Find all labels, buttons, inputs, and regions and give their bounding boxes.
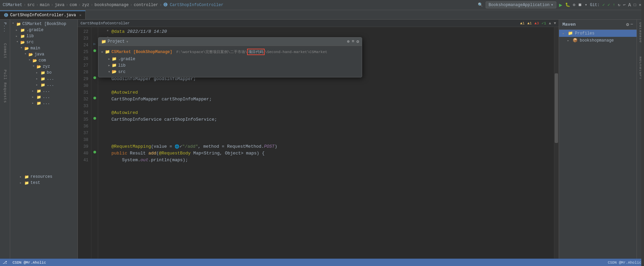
git-check2-icon[interactable]: ✓: [607, 2, 610, 7]
arrow-icon: ▸: [20, 175, 23, 179]
bc-java: java: [55, 3, 65, 7]
sidebar-item-java[interactable]: ▾ 📂 java: [10, 51, 77, 57]
window-icon[interactable]: □: [634, 3, 636, 7]
arrow-icon: ▸: [36, 71, 39, 75]
sidebar-item-csmarket[interactable]: ▸ 📁 CSMarket [BookShop: [10, 21, 77, 27]
arrow-icon: ▾: [19, 47, 23, 50]
project-tab[interactable]: P...: [3, 22, 7, 32]
translate-icon[interactable]: A: [628, 2, 631, 8]
folder-icon: 📁: [37, 101, 41, 105]
arrow-icon: ▸: [16, 28, 19, 32]
scrollbar-thumb[interactable]: [555, 73, 558, 143]
code-line-36: [101, 123, 551, 130]
sidebar-item-com[interactable]: ▾ 📂 com: [10, 57, 77, 64]
project-icon: 📁: [105, 49, 110, 54]
arrow-icon: ▾: [108, 69, 110, 74]
code-line-34: @Autowired: [101, 110, 551, 116]
pull-requests-tab[interactable]: Pull Requests: [3, 70, 7, 103]
git-check-icon[interactable]: ✓: [602, 2, 605, 7]
code-line-31: @Autowired: [101, 89, 551, 96]
bc-bookshopmanage: bookshopmanage: [94, 3, 129, 7]
scroll-down-icon[interactable]: ▼: [554, 21, 556, 25]
coverage-icon[interactable]: ⚙: [573, 2, 575, 7]
folder-icon: 📁: [24, 181, 29, 185]
bc-zyz: zyz: [82, 3, 89, 7]
code-line-39: @RequestMapping (value = 🌐 ✓ "/add" , me…: [101, 143, 551, 150]
folder-icon: 📂: [24, 46, 29, 51]
folder-icon: 📂: [112, 69, 117, 74]
maven-bookshopmanage-item[interactable]: ▸ 📦 bookshopmanage: [559, 37, 637, 44]
code-line-40: public Result add ( @RequestBody Map<Str…: [101, 150, 551, 157]
folder-icon: 📁: [112, 56, 117, 62]
arrow-icon: ▸: [16, 34, 19, 38]
tab-label: CartShopInfoController.java: [10, 13, 76, 18]
sidebar-item-sub1[interactable]: ▸ 📁 ...: [10, 76, 77, 82]
sidebar-item-resources[interactable]: ▸ 📁 resources: [10, 174, 77, 180]
sidebar-label: resources: [30, 174, 52, 179]
maven-panel-tools: ⚙ −: [626, 22, 633, 27]
sidebar-label: test: [30, 180, 40, 185]
run-config[interactable]: BookshopmanageApplication ▾: [486, 1, 556, 8]
editor-breadcrumb: CartShopInfoController: [81, 21, 130, 25]
sidebar-label: ...: [43, 89, 50, 93]
sidebar-item-src[interactable]: ▾ 📂 src: [10, 39, 77, 45]
sidebar-item-zyz[interactable]: ▾ 📂 zyz: [10, 64, 77, 70]
error-count-2: ▲3: [534, 21, 539, 25]
search-icon[interactable]: 🔍: [478, 2, 483, 7]
sidebar-item-sub5[interactable]: ▸ 📁 ...: [10, 100, 77, 106]
sidebar-item-test[interactable]: ▸ 📁 test: [10, 180, 77, 186]
folder-icon: 📁: [24, 175, 29, 179]
arrow-icon: ▾: [31, 65, 36, 68]
debug-icon[interactable]: 🐛: [565, 2, 570, 7]
sidebar-label: ...: [43, 101, 50, 105]
sidebar-item-main[interactable]: ▾ 📂 main: [10, 45, 77, 51]
popup-title: 📁 Project ▾: [101, 39, 129, 44]
tab-bar: 🅒 CartShopInfoController.java ✕: [0, 10, 644, 20]
maven-profiles-item[interactable]: ▸ 📁 Profiles: [559, 30, 637, 37]
breadcrumb: CSMarket › src › main › java › com › zyz…: [3, 2, 223, 7]
sidebar-label: com: [39, 58, 46, 63]
folder-icon: 📁: [20, 28, 25, 32]
git-fetch-icon[interactable]: ↻: [618, 2, 620, 7]
sidebar-item-gradle[interactable]: ▸ 📁 .gradle: [10, 27, 77, 33]
popup-tree-src[interactable]: ▾ 📂 src: [101, 69, 359, 75]
scroll-up-icon[interactable]: ▲: [549, 21, 551, 25]
tab-close-icon[interactable]: ✕: [79, 13, 81, 17]
more-run-icon[interactable]: ▾: [585, 2, 587, 7]
settings-icon[interactable]: ⚙: [626, 22, 629, 27]
sidebar-item-sub2[interactable]: ▸ 📁 ...: [10, 82, 77, 88]
arrow-icon: ▸: [32, 95, 35, 99]
close-icon[interactable]: ✕: [639, 2, 641, 7]
git-push-icon[interactable]: ↑: [613, 3, 615, 7]
minus-icon[interactable]: −: [630, 22, 633, 27]
popup-tools: ⊕ ≡ ⚙: [347, 39, 359, 44]
folder-icon: 📂: [37, 65, 41, 69]
maven-panel-header: Maven ⚙ −: [559, 20, 637, 30]
sidebar-item-sub3[interactable]: ▸ 📁 ...: [10, 88, 77, 94]
sidebar-item-lib[interactable]: ▸ 📁 lib: [10, 33, 77, 39]
arrow-icon: ▸: [108, 56, 110, 62]
run-icon[interactable]: ▶: [559, 2, 562, 8]
sort-icon[interactable]: ≡: [352, 39, 354, 44]
stop-icon[interactable]: ⏹: [578, 2, 582, 7]
sidebar-item-bo[interactable]: ▸ 📁 bo: [10, 70, 77, 76]
popup-header: 📁 Project ▾ ⊕ ≡ ⚙: [98, 38, 362, 46]
tab-cartshopinfocontroller[interactable]: 🅒 CartShopInfoController.java ✕: [0, 10, 86, 19]
profiles-label: Profiles: [575, 31, 595, 36]
arrow-icon: ▸: [567, 39, 571, 43]
editor-area: CartShopInfoController ▲1 ▲1 ▲3 ✓1 ▲ ▼ 2…: [78, 20, 559, 259]
popup-tree-root[interactable]: ▸ 📁 CSMarket [BookShopManage] F:\workspa…: [101, 48, 359, 56]
project-sidebar: ▸ 📁 CSMarket [BookShop ▸ 📁 .gradle ▸ 📁 l…: [10, 20, 78, 259]
git-rollback-icon[interactable]: ↩: [623, 2, 625, 7]
popup-tree-lib[interactable]: ▸ 📁 lib: [101, 62, 359, 69]
settings-icon[interactable]: ⚙: [356, 39, 359, 44]
bc-src: src: [27, 3, 35, 7]
popup-tree-gradle[interactable]: ▸ 📁 .gradle: [101, 56, 359, 62]
add-scope-icon[interactable]: ⊕: [347, 39, 350, 44]
commit-tab[interactable]: Commit: [3, 43, 7, 59]
folder-icon: 📁: [41, 83, 45, 87]
sidebar-item-sub4[interactable]: ▸ 📁 ...: [10, 94, 77, 100]
project-popup[interactable]: 📁 Project ▾ ⊕ ≡ ⚙ ▸ 📁: [98, 37, 362, 77]
sidebar-label: lib: [26, 34, 34, 39]
line-numbers: 22 23 24 25 26 27 28 29 30 31 32 33 34 3…: [78, 27, 91, 259]
